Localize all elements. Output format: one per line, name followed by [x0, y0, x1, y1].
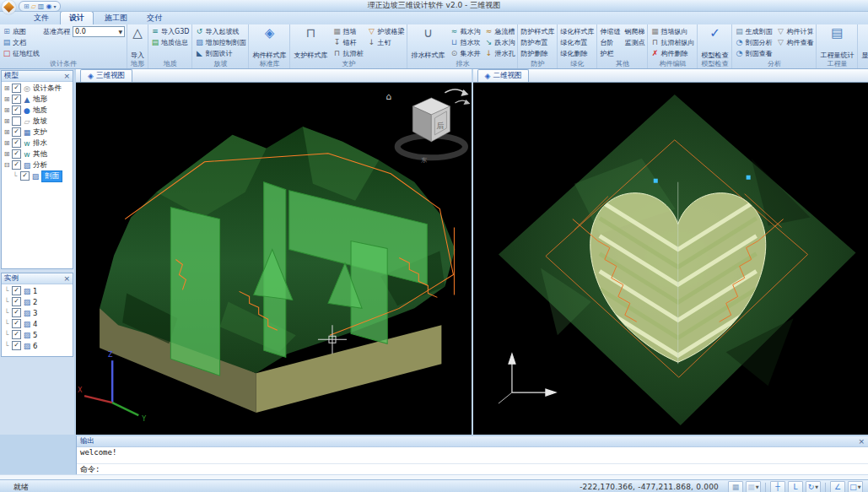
legend-item[interactable]: └✓▨6 — [2, 340, 73, 351]
tree-checkbox[interactable]: ✓ — [12, 95, 21, 104]
tree-checkbox[interactable]: ✓ — [12, 105, 21, 115]
tree-row[interactable]: ⊞✓▦支护 — [2, 127, 73, 138]
ribbon-small-button[interactable]: ⊔挡水坎 — [449, 37, 481, 47]
tree-checkbox[interactable]: ✓ — [12, 149, 21, 159]
ribbon-big-button[interactable]: ◈构件样式库 — [251, 25, 288, 60]
ribbon-small-button[interactable]: 防护布置 — [520, 37, 555, 47]
ribbon-small-button[interactable]: 钢爬梯 — [623, 26, 645, 36]
chevron-down-icon[interactable]: ▼ — [858, 484, 861, 489]
ribbon-small-button[interactable]: ▽构件查看 — [775, 37, 814, 47]
grid-icon[interactable]: ▦ — [728, 481, 743, 492]
tree-expander-icon[interactable]: ⊞ — [3, 128, 10, 136]
ribbon-small-button[interactable]: ↧锚杆 — [332, 37, 364, 47]
ribbon-small-button[interactable]: 防护样式库 — [520, 26, 555, 36]
ribbon-small-button[interactable]: ≡导入G3D — [150, 26, 190, 36]
legend-item[interactable]: └✓▨2 — [2, 296, 73, 307]
ribbon-small-button[interactable]: ◔剖面分析 — [734, 37, 773, 47]
ribbon-small-button[interactable]: ▦挡墙 — [332, 26, 364, 36]
ribbon-small-button[interactable]: ▤文档 — [2, 37, 40, 47]
angle-icon[interactable]: ∠ — [830, 481, 845, 492]
ribbon-big-button[interactable]: ⊓支护样式库 — [292, 25, 329, 60]
ribbon-small-button[interactable]: ⊙集水井 — [449, 48, 481, 58]
tree-expander-icon[interactable]: ⊞ — [3, 106, 10, 114]
ribbon-tab[interactable]: 交付 — [138, 12, 170, 24]
close-icon[interactable]: × — [63, 274, 70, 283]
legend-item[interactable]: └✓▨4 — [2, 318, 73, 329]
tree-checkbox[interactable]: ✓ — [20, 171, 30, 181]
selection-box-icon[interactable]: □▼ — [848, 481, 863, 492]
ribbon-tab[interactable]: 文件 — [25, 12, 57, 24]
save-icon[interactable]: ▥ — [38, 3, 45, 11]
tree-checkbox[interactable]: ✓ — [12, 127, 21, 137]
viewport-2d-canvas[interactable] — [473, 83, 868, 435]
ribbon-small-button[interactable]: □征地红线 — [2, 48, 40, 58]
chevron-down-icon[interactable]: ▼ — [118, 29, 122, 35]
viewport-2d-tab[interactable]: ◈ 二维视图 — [477, 69, 530, 82]
ribbon-small-button[interactable]: ⊓抗滑桩纵向 — [650, 37, 695, 47]
close-icon[interactable]: × — [858, 437, 865, 446]
tree-checkbox[interactable]: ✓ — [12, 138, 21, 148]
ribbon-small-button[interactable]: 绿化布置 — [559, 37, 595, 47]
tree-child-row[interactable]: └✓▨剖面 — [2, 170, 73, 181]
base-elevation-combobox[interactable]: 0.0▼ — [73, 26, 125, 37]
ribbon-small-button[interactable]: 绿化删除 — [559, 48, 595, 58]
ribbon-small-button[interactable]: ↘跌水沟 — [483, 37, 515, 47]
ribbon-small-button[interactable]: ≈急流槽 — [483, 26, 515, 36]
ribbon-small-button[interactable]: 监测点 — [623, 37, 645, 47]
command-line[interactable]: 命令: — [77, 464, 868, 474]
tree-row[interactable]: ⊞✓w排水 — [2, 138, 73, 149]
ribbon-small-button[interactable]: ▤地质信息 — [150, 37, 190, 47]
ribbon-small-button[interactable]: ✗构件删除 — [650, 48, 695, 58]
ribbon-small-button[interactable]: ⊓抗滑桩 — [332, 48, 364, 58]
ribbon-small-button[interactable]: ↓土钉 — [366, 37, 405, 47]
tree-expander-icon[interactable]: ⊞ — [3, 117, 10, 125]
grid-snap-icon[interactable]: ▦▼ — [746, 481, 761, 492]
legend-item[interactable]: └✓▨3 — [2, 307, 73, 318]
app-logo[interactable] — [2, 0, 16, 14]
tree-checkbox[interactable]: ✓ — [12, 160, 21, 170]
ribbon-big-button[interactable]: ✓模型检查 — [699, 25, 730, 60]
ribbon-small-button[interactable]: 护栏 — [599, 48, 621, 58]
chevron-down-icon[interactable]: ▼ — [815, 484, 818, 489]
ribbon-small-button[interactable]: ▤生成剖面 — [734, 26, 773, 36]
ribbon-small-button[interactable]: ▦挡墙纵向 — [650, 26, 695, 36]
info-icon[interactable]: ◉ — [46, 3, 51, 11]
ribbon-big-button[interactable]: ▥显示样式设置 — [860, 25, 868, 60]
tree-row[interactable]: ⊞✓●地质 — [2, 105, 73, 116]
legend-item[interactable]: └✓▨5 — [2, 329, 73, 340]
tree-row[interactable]: ⊞✓▲地形 — [2, 94, 73, 105]
ribbon-small-button[interactable]: 防护删除 — [520, 48, 555, 58]
ribbon-small-button[interactable]: 伸缩缝 — [599, 26, 621, 36]
ribbon-tab[interactable]: 设计 — [60, 11, 94, 24]
viewport-3d-canvas[interactable]: ⌂ 后 东 Z — [76, 83, 472, 435]
legend-checkbox[interactable]: ✓ — [12, 341, 21, 350]
open-icon[interactable]: ▱ — [31, 3, 36, 11]
tracking-icon[interactable]: ┼ — [770, 481, 785, 492]
tree-row[interactable]: ⊞✓◎设计条件 — [2, 83, 73, 94]
ribbon-small-button[interactable]: ≈截水沟 — [449, 26, 481, 36]
legend-checkbox[interactable]: ✓ — [12, 330, 21, 339]
ribbon-small-button[interactable]: ◔剖面查看 — [734, 48, 773, 58]
ribbon-small-button[interactable]: 台阶 — [599, 37, 621, 47]
legend-checkbox[interactable]: ✓ — [12, 286, 21, 295]
legend-item[interactable]: └✓▨1 — [2, 285, 73, 296]
tree-expander-icon[interactable]: ⊞ — [3, 150, 10, 158]
ribbon-tab[interactable]: 施工图 — [96, 12, 136, 24]
ribbon-big-button[interactable]: ▤工程量统计 — [818, 25, 855, 60]
ribbon-small-button[interactable]: ⊞底图 — [2, 26, 40, 36]
ribbon-big-button[interactable]: ∪排水样式库 — [409, 25, 446, 60]
tree-expander-icon[interactable]: ⊞ — [3, 95, 10, 103]
ribbon-small-button[interactable]: ↓泄水孔 — [483, 48, 515, 58]
tree-expander-icon[interactable]: ⊟ — [3, 161, 10, 169]
ribbon-small-button[interactable]: ▽构件计算 — [775, 26, 814, 36]
ribbon-small-button[interactable]: ▨增加控制剖面 — [194, 37, 246, 47]
ribbon-small-button[interactable]: 绿化样式库 — [559, 26, 595, 36]
home-icon[interactable]: ⌂ — [385, 91, 391, 102]
close-icon[interactable]: × — [63, 72, 70, 80]
viewport-3d-tab[interactable]: ◈ 三维视图 — [80, 69, 132, 82]
legend-checkbox[interactable]: ✓ — [12, 308, 21, 317]
tree-expander-icon[interactable]: ⊞ — [3, 84, 10, 92]
qat-more-icon[interactable]: ▾ — [53, 3, 56, 11]
tree-checkbox[interactable]: ✓ — [12, 84, 21, 93]
legend-checkbox[interactable]: ✓ — [12, 297, 21, 306]
